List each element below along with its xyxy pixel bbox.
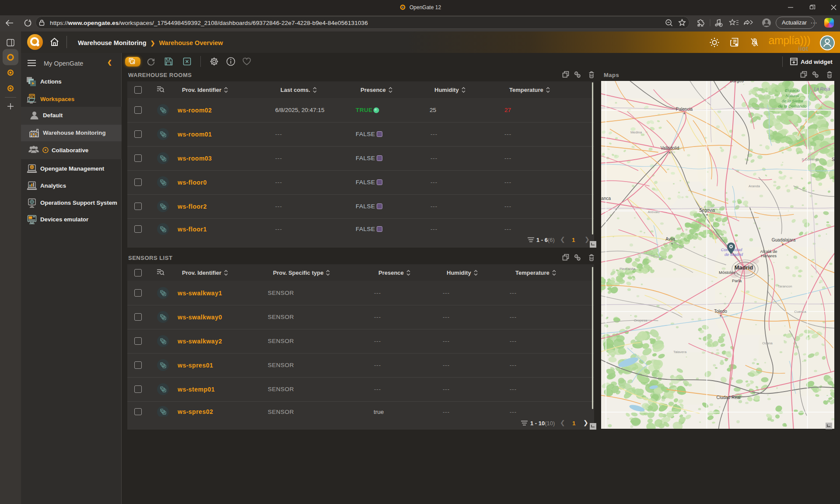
svg-text:Tarancon: Tarancon — [778, 284, 792, 288]
svg-text:Móstoles: Móstoles — [719, 270, 735, 275]
svg-text:de la Demando: de la Demando — [778, 104, 806, 108]
svg-text:Natural: Natural — [786, 93, 800, 98]
svg-text:Salamanca: Salamanca — [601, 196, 611, 201]
svg-text:de Madrid: de Madrid — [724, 252, 743, 257]
svg-text:Sor: Sor — [832, 157, 834, 162]
svg-text:Ciudad Real: Ciudad Real — [716, 395, 740, 400]
svg-text:Valladolid: Valladolid — [661, 146, 679, 150]
svg-text:Arevalo: Arevalo — [648, 210, 660, 214]
svg-text:Piedrahita: Piedrahita — [620, 267, 636, 271]
svg-text:S.Domingo: S.Domingo — [802, 158, 819, 161]
svg-text:Palencia: Palencia — [676, 107, 693, 112]
svg-text:Oropesa: Oropesa — [634, 318, 648, 322]
svg-text:Aranda: Aranda — [749, 184, 760, 188]
svg-text:La Rioja: La Rioja — [814, 87, 830, 91]
svg-text:de la Sierra: de la Sierra — [782, 98, 803, 103]
svg-text:Henares: Henares — [761, 253, 777, 258]
svg-text:Medina: Medina — [630, 130, 642, 134]
svg-text:Ocana: Ocana — [762, 341, 773, 345]
svg-text:Espacio: Espacio — [785, 88, 800, 93]
svg-text:Toledo: Toledo — [714, 309, 727, 314]
svg-text:Guadalajara: Guadalajara — [772, 238, 796, 242]
svg-text:Talavera: Talavera — [673, 350, 687, 354]
svg-text:Burgos: Burgos — [730, 81, 744, 83]
svg-text:Parla: Parla — [732, 278, 742, 283]
svg-text:Cuenca: Cuenca — [794, 310, 806, 314]
svg-text:Segovia: Segovia — [699, 208, 715, 213]
svg-text:Avila: Avila — [665, 237, 675, 242]
svg-text:Madrid: Madrid — [735, 264, 753, 271]
